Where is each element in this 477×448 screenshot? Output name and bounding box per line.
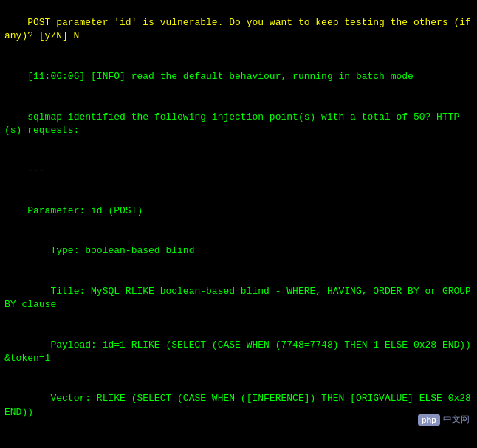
terminal-window: POST parameter 'id' is vulnerable. Do yo…	[0, 0, 477, 448]
line-8-text: Payload: id=1 RLIKE (SELECT (CASE WHEN (…	[4, 340, 471, 364]
line-3: sqlmap identified the following injectio…	[4, 97, 473, 151]
line-9: Vector: RLIKE (SELECT (CASE WHEN ([INFER…	[4, 379, 473, 433]
line-2: [11:06:06] [INFO] read the default behav…	[4, 57, 473, 97]
line-4-text: ---	[27, 165, 44, 176]
line-8: Payload: id=1 RLIKE (SELECT (CASE WHEN (…	[4, 325, 473, 379]
line-6-text: Type: boolean-based blind	[27, 245, 194, 256]
line-6: Type: boolean-based blind	[4, 231, 473, 272]
line-7: Title: MySQL RLIKE boolean-based blind -…	[4, 272, 473, 325]
line-4: ---	[4, 151, 473, 191]
watermark: php 中文网	[418, 413, 470, 426]
line-7-text: Title: MySQL RLIKE boolean-based blind -…	[4, 286, 477, 310]
line-2-text: [11:06:06] [INFO] read the default behav…	[27, 71, 413, 82]
site-text: 中文网	[443, 413, 470, 426]
line-3-text: sqlmap identified the following injectio…	[4, 111, 459, 136]
line-5: Parameter: id (POST)	[4, 191, 473, 232]
line-1: POST parameter 'id' is vulnerable. Do yo…	[4, 3, 473, 57]
line-blank-1	[4, 433, 473, 446]
line-9-text: Vector: RLIKE (SELECT (CASE WHEN ([INFER…	[4, 393, 477, 417]
php-badge: php	[418, 414, 440, 426]
line-1-text: POST parameter 'id' is vulnerable. Do yo…	[4, 17, 477, 41]
line-5-text: Parameter: id (POST)	[27, 205, 143, 216]
